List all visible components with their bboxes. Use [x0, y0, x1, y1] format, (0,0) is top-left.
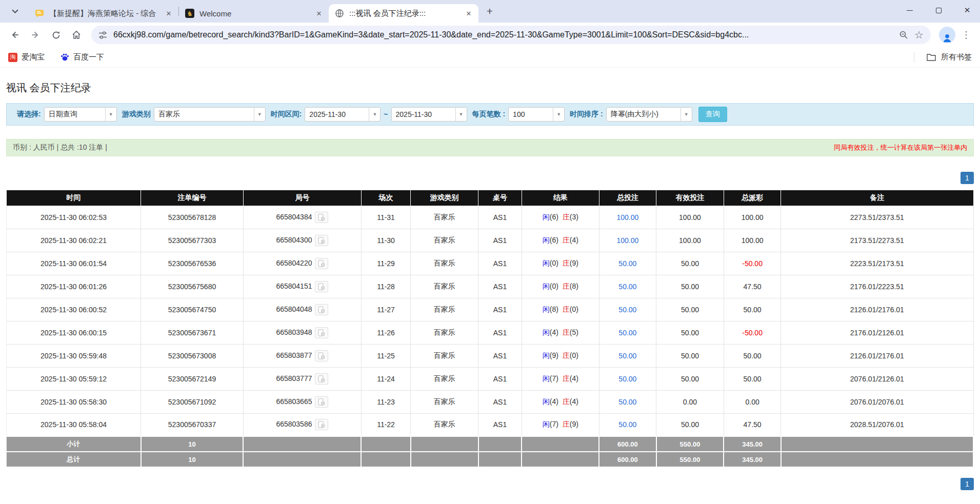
- cell-round: 665804151: [243, 275, 361, 298]
- total-bet-link[interactable]: 100.00: [616, 236, 638, 245]
- date-start-select[interactable]: 2025-11-30 ▼: [305, 107, 381, 122]
- zoom-magnifier-icon[interactable]: [899, 30, 908, 39]
- back-icon[interactable]: [6, 26, 24, 44]
- reload-icon[interactable]: [47, 26, 65, 44]
- video-replay-icon[interactable]: [315, 396, 328, 408]
- forward-icon[interactable]: [27, 26, 44, 44]
- cell-total-bet: 50.00: [599, 298, 656, 321]
- total-bet-link[interactable]: 50.00: [618, 352, 636, 360]
- cell-table-no: AS1: [478, 413, 522, 436]
- page-number-button[interactable]: 1: [961, 172, 974, 184]
- minimize-button[interactable]: [902, 3, 917, 17]
- sort-select[interactable]: 降幂(由大到小) ▼: [606, 107, 692, 122]
- date-start-value: 2025-11-30: [305, 110, 369, 118]
- table-row: 2025-11-30 06:01:54 523005676536 6658042…: [7, 252, 974, 275]
- cell-session: 11-22: [361, 413, 410, 436]
- video-replay-icon[interactable]: [315, 235, 328, 246]
- video-replay-icon[interactable]: [315, 304, 328, 315]
- video-replay-icon[interactable]: [315, 373, 328, 385]
- cell-result: 闲(6)庄(3): [522, 206, 599, 229]
- cell-total-bet: 50.00: [599, 367, 656, 390]
- cell-total-bet: 50.00: [599, 252, 656, 275]
- search-mode-select[interactable]: 日期查询 ▼: [44, 107, 117, 122]
- cell-bet-id: 523005672149: [141, 367, 244, 390]
- cell-payout: 100.00: [724, 229, 781, 252]
- total-bet-link[interactable]: 50.00: [618, 420, 636, 429]
- tab-close-icon[interactable]: ✕: [164, 9, 173, 18]
- close-button[interactable]: ✕: [959, 3, 975, 17]
- player-result: 闲: [543, 420, 550, 428]
- chevron-down-icon: ▼: [681, 108, 692, 121]
- player-result: 闲: [543, 236, 550, 244]
- round-number: 665803586: [276, 420, 312, 428]
- video-replay-icon[interactable]: [315, 327, 328, 338]
- cell-valid-bet: 50.00: [656, 367, 724, 390]
- url-text[interactable]: 66cxkj98.com/game/betrecord_search/kind3…: [113, 30, 893, 39]
- all-bookmarks[interactable]: 所有书签: [914, 52, 972, 63]
- browser-tab-strip: 【新提醒】海燕策略论坛 - 综合 ✕ ♞ Welcome ✕ :::视讯 会员下…: [0, 0, 980, 23]
- cell-table-no: AS1: [478, 321, 522, 344]
- cell-table-no: AS1: [478, 390, 522, 413]
- cell-result: 闲(6)庄(4): [522, 229, 599, 252]
- cell-note: 2126.01/2176.01: [781, 344, 973, 367]
- bookmarks-bar: 淘 爱淘宝 百度一下 所有书签: [0, 47, 980, 68]
- cell-time: 2025-11-30 06:00:52: [7, 298, 141, 321]
- tab-close-icon[interactable]: ✕: [314, 9, 324, 18]
- new-tab-button[interactable]: +: [483, 4, 497, 18]
- banker-result: 庄: [563, 328, 570, 336]
- taobao-favicon-icon: 淘: [8, 53, 17, 62]
- cell-game-type: 百家乐: [411, 206, 478, 229]
- cell-session: 11-25: [361, 344, 410, 367]
- col-total-bet: 总投注: [599, 190, 656, 206]
- profile-avatar[interactable]: [939, 27, 955, 43]
- bookmark-baidu[interactable]: 百度一下: [60, 52, 104, 62]
- tab-search-chevron-icon[interactable]: [8, 5, 22, 18]
- table-row: 2025-11-30 06:02:21 523005677303 6658043…: [7, 229, 974, 252]
- total-bet-link[interactable]: 50.00: [618, 259, 636, 268]
- total-bet-link[interactable]: 50.00: [618, 329, 636, 337]
- banker-result: 庄: [563, 374, 570, 382]
- cell-table-no: AS1: [478, 252, 522, 275]
- game-type-select[interactable]: 百家乐 ▼: [154, 107, 266, 122]
- table-row: 2025-11-30 05:59:48 523005673008 6658038…: [7, 344, 974, 367]
- query-button[interactable]: 查询: [698, 107, 727, 122]
- site-info-tune-icon[interactable]: [98, 31, 107, 39]
- browser-menu-kebab-icon[interactable]: ⋮: [958, 29, 974, 41]
- table-row: 2025-11-30 05:58:04 523005670337 6658035…: [7, 413, 974, 436]
- tab-bet-records-active[interactable]: :::视讯 会员下注纪录::: ✕: [329, 4, 478, 23]
- video-replay-icon[interactable]: [315, 258, 328, 269]
- url-bar[interactable]: 66cxkj98.com/game/betrecord_search/kind3…: [91, 26, 931, 44]
- total-bet-link[interactable]: 100.00: [616, 213, 638, 221]
- home-icon[interactable]: [68, 26, 85, 44]
- total-bet-link[interactable]: 50.00: [618, 375, 636, 383]
- total-label: 总计: [7, 452, 141, 467]
- date-end-select[interactable]: 2025-11-30 ▼: [391, 107, 467, 122]
- cell-valid-bet: 50.00: [656, 413, 724, 436]
- page-number-button[interactable]: 1: [961, 478, 974, 490]
- bookmark-taobao[interactable]: 淘 爱淘宝: [8, 52, 45, 62]
- globe-icon: [335, 9, 344, 18]
- bookmark-star-icon[interactable]: ☆: [914, 30, 924, 40]
- tab-close-icon[interactable]: ✕: [464, 9, 473, 18]
- cell-result: 闲(4)庄(4): [522, 390, 599, 413]
- tab-forum[interactable]: 【新提醒】海燕策略论坛 - 综合 ✕: [29, 4, 178, 23]
- total-bet-link[interactable]: 50.00: [618, 398, 636, 406]
- col-round: 局号: [243, 190, 361, 206]
- page-size-select[interactable]: 100 ▼: [508, 107, 565, 122]
- baidu-favicon-icon: [60, 53, 69, 62]
- cell-round: 665803948: [243, 321, 361, 344]
- player-result: 闲: [543, 259, 550, 267]
- cell-payout: 100.00: [724, 206, 781, 229]
- cell-table-no: AS1: [478, 275, 522, 298]
- video-replay-icon[interactable]: [315, 419, 328, 430]
- total-bet-link[interactable]: 50.00: [618, 306, 636, 314]
- total-bet-link[interactable]: 50.00: [618, 283, 636, 291]
- video-replay-icon[interactable]: [315, 212, 328, 223]
- video-replay-icon[interactable]: [315, 281, 328, 292]
- video-replay-icon[interactable]: [315, 350, 328, 361]
- cell-bet-id: 523005677303: [141, 229, 244, 252]
- cell-game-type: 百家乐: [411, 344, 478, 367]
- maximize-button[interactable]: [931, 3, 946, 17]
- cell-session: 11-29: [361, 252, 410, 275]
- tab-welcome[interactable]: ♞ Welcome ✕: [179, 4, 329, 23]
